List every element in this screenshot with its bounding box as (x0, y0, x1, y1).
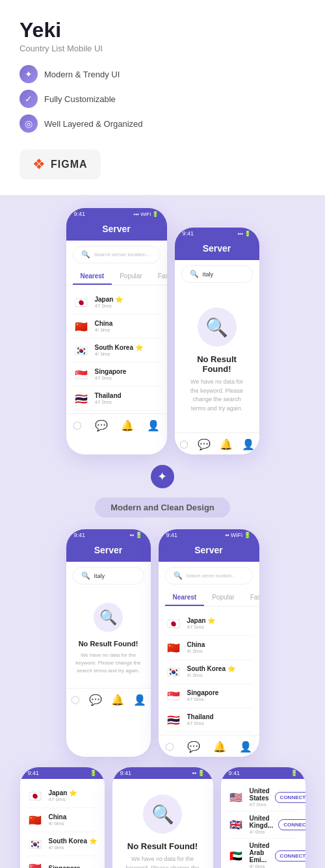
country-ping: 47 0ms (95, 375, 161, 381)
nav-user-icon[interactable]: 👤 (147, 419, 160, 432)
nav-chat-icon[interactable]: 💬 (95, 419, 108, 432)
list-item: 🇸🇬 Singapore (27, 856, 98, 868)
features-list: ✦ Modern & Trendy UI ✓ Fully Customizabl… (20, 65, 306, 133)
nav-home-icon-2[interactable]: ⬡ (179, 438, 188, 451)
tabs-row-4: Nearest Popular Fastest (159, 590, 259, 607)
flag-china: 🇨🇳 (73, 318, 90, 335)
flag-singapore: 🇸🇬 (73, 366, 90, 383)
status-bar-2: 9:41 ▪▪▪ 🔋 (175, 228, 259, 239)
tabs-row-1: Nearest Popular Fastest (66, 269, 167, 285)
app-title-4: Server (159, 541, 259, 562)
connect-btn-uae[interactable]: CONNECT (275, 850, 306, 861)
nav-icon-3d[interactable]: 👤 (133, 694, 146, 706)
list-item: 🇦🇪 United Arab Emi... 4! 0ms CONNECT (228, 839, 299, 868)
search-bar-2[interactable]: 🔍 Italy (181, 265, 253, 283)
phone-connect-list: 9:41 🔋 🇺🇸 United States 47 0ms CONNECT 🇬… (221, 767, 306, 868)
no-result-area: 🔍 No Result Found! We have no data for t… (175, 288, 259, 432)
app-title-2: Server (175, 239, 259, 260)
list-item: 🇨🇳 China 4! 0ms (27, 808, 98, 832)
country-name: South Korea ⭐ (95, 344, 161, 351)
nav-chat-icon-2[interactable]: 💬 (198, 438, 211, 451)
search-bar-1[interactable]: 🔍 Search server location... (73, 246, 161, 263)
list-item: 🇯🇵 Japan ⭐ 47 0ms (27, 784, 98, 808)
second-phones-row: 9:41 ▪▪ 🔋 Server 🔍 Italy 🔍 No Result Fou… (6, 529, 318, 757)
list-item: 🇰🇷 South Korea ⭐ 4! 0ms (165, 660, 253, 684)
no-result-area-6: 🔍 No Result Found! We have no data for t… (112, 779, 213, 868)
no-result-title-6: No Result Found! (127, 841, 198, 851)
list-item: 🇯🇵 Japan ⭐ 47 0ms (73, 291, 161, 315)
tab-popular-4[interactable]: Popular (204, 590, 242, 606)
status-bar-5: 9:41 🔋 (20, 767, 105, 779)
nav-home-icon[interactable]: ⬡ (73, 419, 82, 432)
feature-item-3: ◎ Well Layered & Organized (20, 114, 306, 133)
status-bar-6: 9:41 ▪▪ 🔋 (112, 767, 213, 779)
search-bar-3[interactable]: 🔍 Italy (73, 567, 144, 585)
status-bar-7: 9:41 🔋 (221, 767, 306, 779)
nav-user-icon-2[interactable]: 👤 (242, 438, 255, 451)
no-result-title: No Result Found! (188, 354, 246, 374)
phone-left-list: 9:41 🔋 🇯🇵 Japan ⭐ 47 0ms 🇨🇳 China 4! 0ms (20, 767, 105, 868)
tab-fastest-4[interactable]: Fastest (242, 590, 259, 606)
country-name: Singapore (95, 368, 161, 375)
country-ping: 47 0ms (95, 303, 161, 309)
app-title-3: Server (66, 541, 151, 562)
tab-nearest-1[interactable]: Nearest (73, 269, 112, 285)
figma-badge[interactable]: ❖ FIGMA (20, 150, 101, 179)
no-result-area-2: 🔍 No Result Found! We have no data for t… (66, 590, 151, 688)
search-icon-3: 🔍 (81, 572, 90, 580)
feature-icon-1: ✦ (20, 65, 38, 83)
flag-thailand: 🇹🇭 (73, 390, 90, 407)
flag-japan-5: 🇯🇵 (27, 787, 44, 804)
flag-singapore-5: 🇸🇬 (27, 860, 44, 868)
nav-icon-3b[interactable]: 💬 (89, 694, 102, 706)
nav-bell-icon-2[interactable]: 🔔 (220, 438, 233, 451)
nav-icon-3c[interactable]: 🔔 (111, 694, 124, 706)
country-ping: 4! 0ms (95, 351, 161, 357)
country-list-4: 🇯🇵 Japan ⭐ 47 0ms 🇨🇳 China 4! 0ms 🇰🇷 (159, 609, 259, 735)
section-badge-row: ✦ Modern and Clean Design (6, 465, 318, 523)
country-name: China (95, 320, 161, 327)
list-item: 🇺🇸 United States 47 0ms CONNECT (228, 784, 299, 811)
no-result-title-2: No Result Found! (79, 640, 138, 648)
search-icon-1: 🔍 (81, 250, 90, 259)
list-item: 🇸🇬 Singapore 47 0ms (73, 363, 161, 387)
flag-korea-5: 🇰🇷 (27, 835, 44, 852)
flag-korea: 🇰🇷 (73, 342, 90, 359)
no-result-desc-6: We have no data for the keyword. Please … (123, 855, 203, 868)
brand-title: Yeki (20, 18, 306, 42)
bottom-nav-2: ⬡ 💬 🔔 👤 (175, 432, 259, 454)
nav-icon-4b[interactable]: 💬 (187, 741, 200, 753)
nav-icon-4a[interactable]: ⬡ (165, 741, 174, 753)
top-phones-row: 9:41 ▪▪▪ WiFi 🔋 Server 🔍 Search server l… (6, 208, 318, 454)
connect-btn-us[interactable]: CONNECT (275, 792, 306, 803)
search-bar-4[interactable]: 🔍 Search server location... (165, 567, 253, 585)
connect-btn-uk[interactable]: CONNECT (278, 819, 305, 830)
nav-icon-4d[interactable]: 👤 (239, 741, 252, 753)
phone-no-result: 9:41 ▪▪▪ 🔋 Server 🔍 Italy 🔍 No Result Fo… (175, 228, 259, 454)
list-item: 🇹🇭 Thailand 47 0ms (165, 708, 253, 732)
list-item: 🇯🇵 Japan ⭐ 47 0ms (165, 612, 253, 636)
third-phones-row: 9:41 🔋 🇯🇵 Japan ⭐ 47 0ms 🇨🇳 China 4! 0ms (6, 767, 318, 868)
flag-singapore-4: 🇸🇬 (165, 687, 182, 704)
tab-popular-1[interactable]: Popular (112, 269, 150, 285)
section-label: Modern and Clean Design (95, 497, 230, 518)
nav-icon-4c[interactable]: 🔔 (213, 741, 226, 753)
list-item: 🇸🇬 Singapore 47 0ms (165, 684, 253, 708)
section-star-icon: ✦ (151, 465, 174, 488)
phone-italy-no-result: 9:41 ▪▪ 🔋 Server 🔍 Italy 🔍 No Result Fou… (66, 529, 151, 757)
feature-text-1: Modern & Trendy UI (44, 70, 120, 79)
feature-item-2: ✓ Fully Customizable (20, 90, 306, 108)
tab-nearest-4[interactable]: Nearest (165, 590, 205, 606)
bottom-nav-4: ⬡ 💬 🔔 👤 (159, 735, 259, 757)
feature-item-1: ✦ Modern & Trendy UI (20, 65, 306, 83)
phone-main-list: 9:41 ▪▪▪ WiFi 🔋 Server 🔍 Search server l… (66, 208, 167, 454)
search-ph-4: Search server location... (187, 573, 235, 578)
figma-icon: ❖ (32, 156, 46, 173)
flag-japan: 🇯🇵 (73, 294, 90, 311)
search-placeholder-1: Search server location... (94, 252, 150, 257)
nav-bell-icon[interactable]: 🔔 (121, 419, 134, 432)
tab-fastest-1[interactable]: Fastest (150, 269, 167, 285)
flag-korea-4: 🇰🇷 (165, 663, 182, 680)
nav-icon-3a[interactable]: ⬡ (71, 694, 80, 706)
flag-uk-7: 🇬🇧 (228, 817, 244, 834)
